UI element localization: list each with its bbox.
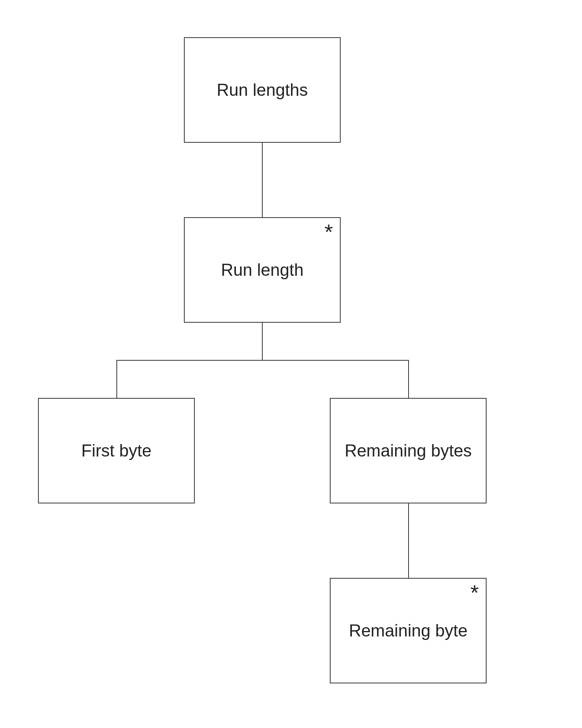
connector	[262, 323, 263, 360]
connector	[116, 360, 409, 361]
iteration-marker: *	[470, 582, 479, 603]
connector	[408, 503, 409, 578]
node-remaining-bytes: Remaining bytes	[330, 398, 487, 503]
iteration-marker: *	[324, 221, 333, 243]
node-label: Remaining bytes	[345, 439, 472, 462]
node-label: Run lengths	[217, 79, 308, 101]
node-label: Run length	[221, 259, 304, 281]
node-first-byte: First byte	[38, 398, 195, 503]
node-label: First byte	[81, 439, 152, 462]
node-run-length: Run length *	[184, 217, 341, 323]
connector	[116, 360, 117, 398]
jsp-structure-diagram: Run lengths Run length * First byte Rema…	[0, 0, 582, 728]
connector	[262, 143, 263, 217]
node-label: Remaining byte	[349, 619, 468, 642]
node-run-lengths: Run lengths	[184, 37, 341, 143]
node-remaining-byte: Remaining byte *	[330, 578, 487, 683]
connector	[408, 360, 409, 398]
